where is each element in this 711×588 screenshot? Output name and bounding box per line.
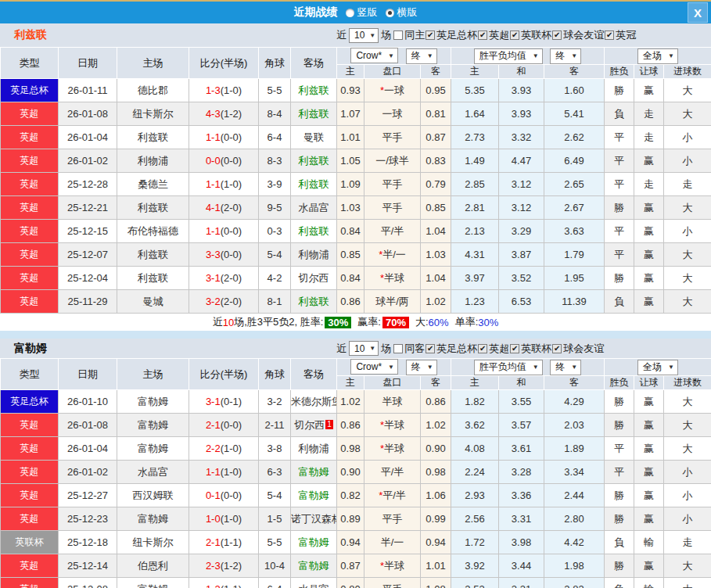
avg-select[interactable]: 胜平负均值▼ bbox=[474, 48, 543, 64]
avg-final-select[interactable]: 终▼ bbox=[550, 360, 581, 375]
odds-final-select[interactable]: 终▼ bbox=[406, 48, 437, 64]
league-filter[interactable]: ✔球会友谊 bbox=[552, 342, 604, 356]
recent-count-select[interactable]: 10▼ bbox=[349, 341, 379, 356]
league-filter[interactable]: ✔英超 bbox=[478, 342, 509, 356]
result-cell: 勝 bbox=[605, 414, 634, 437]
away-team-cell: 富勒姆 bbox=[291, 461, 337, 484]
score-halftime: (1-0) bbox=[221, 466, 242, 478]
line-text: 一/球半 bbox=[375, 155, 409, 167]
close-button[interactable]: X bbox=[688, 2, 708, 23]
avg-win-cell: 2.81 bbox=[451, 196, 499, 220]
score-halftime: (1-0) bbox=[221, 84, 242, 96]
avg-lose-cell: 6.49 bbox=[544, 149, 605, 173]
handicap-line-cell: 平/半 bbox=[364, 461, 421, 484]
handicap-line-cell: 平手 bbox=[364, 507, 421, 531]
result-cell: 平 bbox=[605, 173, 634, 196]
league-checkbox[interactable]: ✔ bbox=[510, 344, 519, 353]
home-team-cell: 利物浦 bbox=[117, 149, 189, 173]
avg-draw-cell: 3.93 bbox=[499, 102, 544, 126]
vertical-layout-radio[interactable] bbox=[346, 9, 354, 17]
goals-result-cell: 小 bbox=[664, 220, 711, 243]
league-filter[interactable]: ✔英联杯 bbox=[510, 28, 551, 42]
full-match-select[interactable]: 全场▼ bbox=[637, 360, 678, 375]
league-filter[interactable]: ✔球会友谊 bbox=[552, 28, 604, 42]
date-cell: 26-01-04 bbox=[59, 126, 117, 149]
away-odds-cell: 0.79 bbox=[421, 173, 451, 196]
home-odds-cell: 0.80 bbox=[337, 578, 364, 588]
full-match-value: 全场 bbox=[643, 360, 662, 374]
avg-select[interactable]: 胜平负均值▼ bbox=[474, 360, 543, 375]
corner-cell: 10-4 bbox=[259, 554, 291, 578]
full-match-select[interactable]: 全场▼ bbox=[637, 48, 678, 64]
league-filter[interactable]: ✔英超 bbox=[478, 28, 509, 42]
league-checkbox[interactable]: ✔ bbox=[552, 344, 562, 353]
league-filter[interactable]: ✔英联杯 bbox=[510, 342, 551, 356]
col-header-avg-draw: 和 bbox=[499, 376, 544, 390]
away-team-cell: 利兹联 bbox=[291, 290, 337, 314]
home-odds-cell: 0.90 bbox=[337, 461, 364, 484]
corner-cell: 1-5 bbox=[259, 507, 291, 531]
same-side-checkbox[interactable] bbox=[393, 30, 403, 40]
same-side-checkbox[interactable] bbox=[393, 344, 403, 353]
league-checkbox[interactable]: ✔ bbox=[426, 344, 435, 353]
away-team-cell: 水晶宫 bbox=[291, 578, 337, 588]
league-label: 英足总杯 bbox=[436, 28, 477, 42]
recent-count-select[interactable]: 10▼ bbox=[349, 28, 379, 43]
odds-company-select[interactable]: Crow*▼ bbox=[350, 359, 398, 375]
avg-draw-cell: 3.57 bbox=[499, 414, 544, 437]
away-team-name: 富勒姆 bbox=[299, 536, 329, 548]
away-team-cell: 切尔西 bbox=[291, 267, 337, 290]
league-type-badge: 英超 bbox=[1, 102, 59, 126]
match-row: 英超25-12-23富勒姆1-0(1-0)1-5诺丁汉森林0.89平手0.992… bbox=[1, 507, 711, 531]
odds-company-select[interactable]: Crow*▼ bbox=[350, 48, 398, 63]
vertical-layout-label[interactable]: 竖版 bbox=[357, 5, 378, 20]
games-label: 场 bbox=[381, 342, 391, 356]
goals-result-cell: 大 bbox=[664, 437, 711, 461]
handicap-line-cell: *一球 bbox=[364, 79, 421, 102]
avg-draw-cell: 3.32 bbox=[499, 126, 544, 149]
horizontal-layout-label[interactable]: 横版 bbox=[397, 5, 418, 20]
league-checkbox[interactable]: ✔ bbox=[426, 30, 435, 40]
odds-final-select[interactable]: 终▼ bbox=[406, 360, 437, 375]
home-odds-cell: 0.86 bbox=[337, 290, 364, 314]
away-team-cell: 利兹联 bbox=[291, 220, 337, 243]
score-cell: 2-1(1-1) bbox=[189, 531, 259, 554]
col-header-type: 类型 bbox=[1, 359, 59, 390]
home-team-cell: 西汉姆联 bbox=[117, 484, 189, 507]
league-checkbox[interactable]: ✔ bbox=[605, 30, 614, 40]
result-cell: 勝 bbox=[605, 267, 634, 290]
score-cell: 4-1(2-0) bbox=[189, 196, 259, 220]
team-name: 富勒姆 bbox=[14, 339, 47, 358]
league-checkbox[interactable]: ✔ bbox=[478, 30, 487, 40]
league-filter[interactable]: ✔英足总杯 bbox=[426, 28, 477, 42]
chevron-down-icon: ▼ bbox=[668, 364, 674, 371]
avg-win-cell: 1.82 bbox=[451, 390, 499, 414]
dialog-title: 近期战绩 bbox=[294, 5, 338, 20]
horizontal-layout-radio[interactable] bbox=[386, 9, 394, 17]
league-checkbox[interactable]: ✔ bbox=[552, 30, 562, 40]
home-odds-cell: 1.09 bbox=[337, 173, 364, 196]
handicap-result-cell: 走 bbox=[634, 173, 664, 196]
avg-group-header: 胜平负均值▼ 终▼ bbox=[451, 48, 605, 65]
odds-company-value: Crow* bbox=[356, 50, 382, 61]
date-cell: 26-01-02 bbox=[59, 149, 117, 173]
same-side-filter[interactable]: 同客 bbox=[393, 342, 425, 356]
same-side-filter[interactable]: 同主 bbox=[393, 28, 425, 42]
red-card-badge: 1 bbox=[325, 420, 333, 429]
handicap-line-cell: 一/球半 bbox=[364, 149, 421, 173]
league-type-badge: 英超 bbox=[1, 196, 59, 220]
league-checkbox[interactable]: ✔ bbox=[478, 344, 487, 353]
away-team-cell: 水晶宫 bbox=[291, 196, 337, 220]
score-halftime: (1-0) bbox=[221, 513, 242, 525]
score-fulltime: 1-0 bbox=[206, 513, 221, 525]
league-filter[interactable]: ✔英冠 bbox=[605, 28, 636, 42]
avg-lose-cell: 1.89 bbox=[544, 437, 605, 461]
avg-final-select[interactable]: 终▼ bbox=[550, 48, 581, 64]
col-header-home: 主场 bbox=[117, 359, 189, 390]
league-checkbox[interactable]: ✔ bbox=[510, 30, 519, 40]
avg-lose-cell: 2.67 bbox=[544, 196, 605, 220]
score-fulltime: 1-1 bbox=[206, 131, 221, 143]
league-filter[interactable]: ✔英足总杯 bbox=[426, 342, 477, 356]
league-label: 英冠 bbox=[616, 28, 636, 42]
team-name: 利兹联 bbox=[14, 23, 47, 47]
